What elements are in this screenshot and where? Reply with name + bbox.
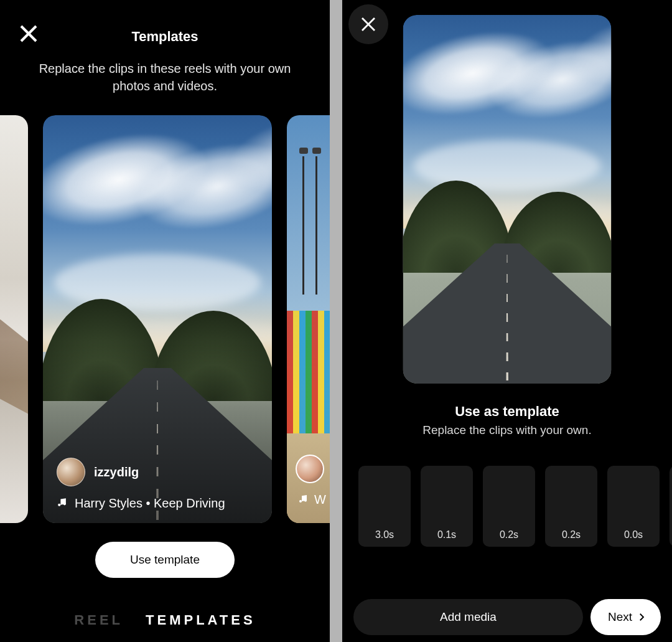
svg-point-5 [304, 499, 307, 502]
music-title-partial: W [314, 493, 326, 507]
avatar[interactable] [57, 458, 85, 486]
close-icon[interactable] [348, 4, 388, 44]
clip-slot[interactable]: 3.0s [358, 466, 411, 547]
templates-screen: Templates Replace the clips in these ree… [0, 0, 330, 642]
avatar[interactable] [296, 455, 324, 483]
page-subtitle: Replace the clips in these reels with yo… [31, 60, 299, 95]
svg-point-3 [63, 503, 66, 505]
section-subtitle: Replace the clips with your own. [342, 423, 672, 437]
music-icon [298, 493, 308, 507]
clip-slots: 3.0s 0.1s 0.2s 0.2s 0.0s [358, 466, 672, 547]
clip-slot[interactable]: 0.1s [421, 466, 473, 547]
clip-duration: 0.2s [483, 529, 535, 541]
username[interactable]: izzydilg [94, 465, 139, 479]
chevron-right-icon [636, 611, 647, 623]
music-icon [57, 496, 67, 511]
use-template-button[interactable]: Use template [95, 542, 235, 578]
clip-slot[interactable]: 0.0s [607, 466, 660, 547]
clip-duration: 0.0s [607, 529, 660, 541]
music-attribution[interactable]: Harry Styles • Keep Driving [57, 496, 258, 511]
clip-duration: 0.1s [421, 529, 473, 541]
template-card[interactable]: izzydilg Harry Styles • Keep Driving [43, 115, 272, 523]
svg-point-2 [58, 504, 60, 506]
template-card-next[interactable]: W [287, 115, 330, 523]
page-title: Templates [0, 29, 330, 45]
template-preview[interactable] [403, 15, 612, 384]
tab-reel[interactable]: REEL [74, 612, 123, 628]
next-button[interactable]: Next [590, 599, 661, 635]
card-info: izzydilg Harry Styles • Keep Driving [57, 458, 258, 511]
add-media-button[interactable]: Add media [353, 599, 583, 635]
clip-slot[interactable] [670, 466, 672, 547]
tab-templates[interactable]: TEMPLATES [146, 612, 256, 628]
music-attribution[interactable]: W [298, 493, 326, 507]
next-button-label: Next [608, 610, 632, 624]
template-carousel[interactable]: izzydilg Harry Styles • Keep Driving [0, 115, 330, 523]
clip-duration: 3.0s [358, 529, 411, 541]
template-card-prev[interactable] [0, 115, 28, 523]
close-icon[interactable] [19, 24, 39, 44]
bottom-actions: Add media Next [353, 598, 661, 636]
section-title: Use as template [342, 404, 672, 420]
use-as-template-screen: Use as template Replace the clips with y… [342, 0, 672, 642]
clip-slot[interactable]: 0.2s [545, 466, 597, 547]
music-title: Harry Styles • Keep Driving [75, 496, 225, 511]
clip-slot[interactable]: 0.2s [483, 466, 535, 547]
clip-duration: 0.2s [545, 529, 597, 541]
bottom-tabs: REEL TEMPLATES [0, 612, 330, 628]
svg-point-4 [299, 500, 302, 503]
